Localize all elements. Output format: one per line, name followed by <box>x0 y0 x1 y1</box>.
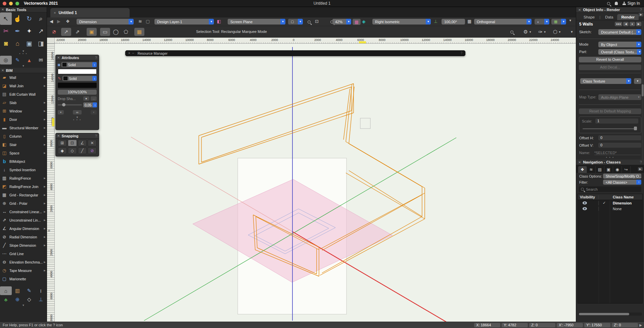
class-filter-dropdown[interactable]: <All Classes>↕ <box>603 180 641 185</box>
toolset-dims-notes[interactable]: ✎ <box>24 286 35 295</box>
unified-view-icon[interactable]: ▦ <box>353 19 361 25</box>
close-icon[interactable]: ✕ <box>1 8 4 11</box>
prev-object-button[interactable]: ◀ <box>623 22 629 26</box>
bim-tool-grid-rectangular[interactable]: ▦Grid - Rectangular▶ <box>0 191 47 199</box>
interactive-scaling-single-icon[interactable]: ↗ <box>61 28 71 36</box>
sheet-icon[interactable]: ▢ <box>146 19 150 24</box>
class-row[interactable]: None <box>578 206 642 212</box>
spotlight-icon[interactable] <box>607 2 610 5</box>
flyout-arrow-icon[interactable]: ▶ <box>44 143 46 146</box>
flyout-arrow-icon[interactable]: ▶ <box>44 269 46 272</box>
flyout-arrow-icon[interactable]: ▶ <box>44 101 46 104</box>
snap-to-angle[interactable]: ∠ <box>78 140 87 146</box>
help-icon[interactable]: ? <box>640 8 642 12</box>
flyout-arrow-icon[interactable]: ▶ <box>44 219 46 222</box>
classes-tab[interactable]: ❖ <box>578 166 587 173</box>
flyout-arrow-icon[interactable]: ▶ <box>44 236 46 238</box>
next-object-button[interactable]: ▶ <box>636 22 641 26</box>
rectangular-marquee-icon[interactable]: ▭ <box>100 28 110 36</box>
map-type-dropdown[interactable]: Auto-Align Plane▼ <box>598 94 641 100</box>
viewports-tab[interactable]: ▣ <box>604 166 613 173</box>
flyout-arrow-icon[interactable]: ▶ <box>44 85 46 87</box>
flyout-arrow-icon[interactable]: ▶ <box>44 261 46 264</box>
visibility-column[interactable]: Visibility <box>578 195 599 199</box>
bim-tool-symbol-insertion[interactable]: ↓Symbol Insertion <box>0 166 47 174</box>
zoom-tool[interactable]: ⌕ <box>35 12 47 25</box>
move-tool[interactable]: ↗ <box>35 25 47 37</box>
toolset-building-shell[interactable]: ⌂ <box>0 286 12 295</box>
magic-wand-tool[interactable]: ✦ <box>24 25 35 37</box>
grid-settings-icon[interactable]: ▦ <box>467 19 471 24</box>
reset-mapping-button[interactable]: Reset to Default Mapping <box>579 108 641 114</box>
snap-to-intersection[interactable]: ✕ <box>88 140 97 146</box>
bim-tool-grid-line[interactable]: ⋯Grid Line <box>0 249 47 258</box>
bim-tool-unconstrained-lin-[interactable]: ⇗Unconstrained Lin...▶ <box>0 216 47 224</box>
magnifier-icon[interactable] <box>510 31 513 34</box>
collapse-icon[interactable]: − <box>132 51 134 55</box>
toolset-furnishing[interactable]: ▥ <box>12 286 24 295</box>
offset-h-field[interactable]: 0 <box>598 135 641 140</box>
class-options-dropdown[interactable]: Show/Snap/Modify O...↕ <box>603 174 641 179</box>
bim-tool-stair[interactable]: ◧Stair▶ <box>0 140 47 149</box>
flyout-arrow-icon[interactable]: ▶ <box>44 210 46 213</box>
more-modes-icon[interactable]: ▼ <box>567 28 577 36</box>
smart-points[interactable]: ◇ <box>68 147 77 154</box>
revert-to-overall-button[interactable]: Revert to Overall <box>579 57 641 62</box>
link-attributes-button[interactable]: ∞ <box>73 110 82 114</box>
sheet-layers-tab[interactable]: ▤ <box>596 166 604 173</box>
bim-tool-constrained-linear-[interactable]: ↔Constrained Linear...▶ <box>0 207 47 216</box>
line-thickness-slider[interactable] <box>58 104 82 105</box>
tab-data[interactable]: Data <box>601 14 617 20</box>
attributes-header[interactable]: ✕ Attributes ? <box>56 55 99 60</box>
collapse-caret-2[interactable]: ▼ <box>0 64 47 68</box>
class-row[interactable]: ✓Dimension <box>578 200 642 206</box>
bim-tool-window[interactable]: ⊞Window▶ <box>0 107 47 115</box>
saved-views-tab[interactable]: ◉ <box>613 166 622 173</box>
palette-drag-handle[interactable]: • • • <box>0 53 47 56</box>
sign-in-button[interactable]: Sign In <box>623 1 640 6</box>
snap-to-distance[interactable]: ◆ <box>58 147 67 154</box>
snap-to-tangent[interactable]: ⊘ <box>88 147 97 154</box>
layers-icon[interactable]: ≋ <box>138 19 142 24</box>
flyout-arrow-icon[interactable]: ▶ <box>44 135 46 138</box>
object-info-header[interactable]: ✕ Object Info - Render ? <box>576 7 644 13</box>
bim-tool-slab[interactable]: ▱Slab▶ <box>0 98 47 107</box>
help-icon[interactable]: ? <box>95 56 97 60</box>
visualization-tool[interactable]: ⌂ <box>12 37 24 50</box>
flyout-arrow-icon[interactable]: ▶ <box>44 76 46 79</box>
toolset-3d-modeling[interactable]: ◇ <box>24 295 35 304</box>
tab-shape[interactable]: Shape <box>580 14 599 20</box>
notification-icon[interactable] <box>615 2 618 5</box>
close-icon[interactable]: ✕ <box>578 160 581 164</box>
snapping-header[interactable]: ✕ Snapping ? <box>56 133 99 139</box>
class-name-cell[interactable]: None <box>610 207 642 211</box>
fill-style-dropdown[interactable]: Solid ↕ <box>61 62 97 67</box>
nav-expand-icon[interactable]: ▶ <box>638 167 643 171</box>
toolset-site-planning[interactable]: ♣ <box>0 295 12 304</box>
pan-hand-tool[interactable]: ☝ <box>12 12 24 25</box>
drawing-canvas[interactable] <box>55 44 576 322</box>
toolset-ground[interactable]: ⊕ <box>12 295 24 304</box>
palette-drag-handle[interactable]: • • • <box>56 119 99 122</box>
bim-tool-door[interactable]: ▮Door▶ <box>0 115 47 124</box>
camera-tool[interactable]: ◨ <box>35 37 47 50</box>
snip-tool[interactable]: ✂ <box>0 25 12 37</box>
pencil-tool[interactable]: ✎ <box>12 56 24 64</box>
options-dots-button[interactable]: ●●● <box>615 22 622 26</box>
bim-tool-marionette[interactable]: ▢Marionette <box>0 275 47 283</box>
design-layers-tab[interactable]: ≋ <box>587 166 596 173</box>
bim-tool-edit-curtain-wall[interactable]: ▤Edit Curtain Wall <box>0 90 47 98</box>
bim-tool-railing-fence-join[interactable]: ◩Railing/Fence Join▶ <box>0 182 47 191</box>
eye-icon[interactable] <box>583 207 587 210</box>
help-icon[interactable]: ? <box>460 51 462 55</box>
class-name-cell[interactable]: Dimension <box>610 201 642 205</box>
classes-table-header[interactable]: Visibility Class Name <box>578 194 642 200</box>
render-style-dropdown[interactable]: ▦▼ <box>551 19 566 25</box>
dimension-standard-dropdown[interactable]: Dimension▼ <box>77 19 134 25</box>
mode-dropdown[interactable]: By Object▼ <box>598 42 641 47</box>
wall-selection-mode-icon[interactable]: ▦ <box>134 28 144 36</box>
close-icon[interactable]: ✕ <box>578 8 581 12</box>
visibility-cell[interactable] <box>578 201 599 205</box>
toolset-detailing[interactable]: I <box>35 286 47 295</box>
help-icon[interactable]: ? <box>95 134 97 138</box>
